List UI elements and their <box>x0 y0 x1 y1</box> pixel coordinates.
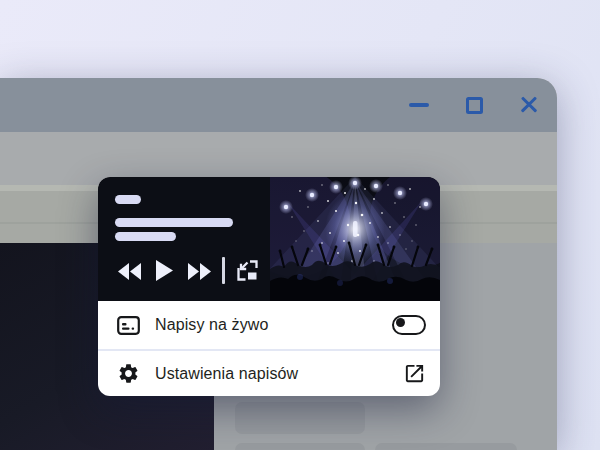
skeleton-text-line <box>115 232 176 241</box>
maximize-button[interactable] <box>466 97 483 114</box>
next-track-icon[interactable] <box>188 263 212 280</box>
media-player-card <box>98 177 440 301</box>
live-captions-row[interactable]: Napisy na żywo <box>98 301 440 349</box>
live-captions-icon <box>117 314 140 337</box>
controls-divider <box>222 257 225 284</box>
skeleton-card <box>235 402 365 434</box>
toggle-knob <box>396 318 405 327</box>
previous-track-icon[interactable] <box>118 263 142 280</box>
minimize-button[interactable] <box>409 103 429 106</box>
skeleton-card <box>375 443 517 450</box>
settings-gear-icon <box>117 362 140 385</box>
close-button[interactable] <box>520 96 538 114</box>
desktop-background: Napisy na żywo Ustawienia napisów <box>0 0 600 450</box>
caption-settings-label: Ustawienia napisów <box>155 365 298 383</box>
picture-in-picture-icon[interactable] <box>235 258 260 283</box>
open-external-icon[interactable] <box>403 362 426 385</box>
play-icon[interactable] <box>156 260 174 281</box>
media-controls-popup: Napisy na żywo Ustawienia napisów <box>98 177 440 396</box>
caption-settings-row[interactable]: Ustawienia napisów <box>98 351 440 396</box>
skeleton-card <box>235 443 365 450</box>
skeleton-text-line <box>115 218 233 227</box>
media-artwork-concert-photo <box>270 177 440 301</box>
skeleton-title-line <box>115 195 141 204</box>
live-captions-label: Napisy na żywo <box>155 316 268 334</box>
live-captions-toggle[interactable] <box>392 315 426 335</box>
window-titlebar <box>0 78 557 132</box>
